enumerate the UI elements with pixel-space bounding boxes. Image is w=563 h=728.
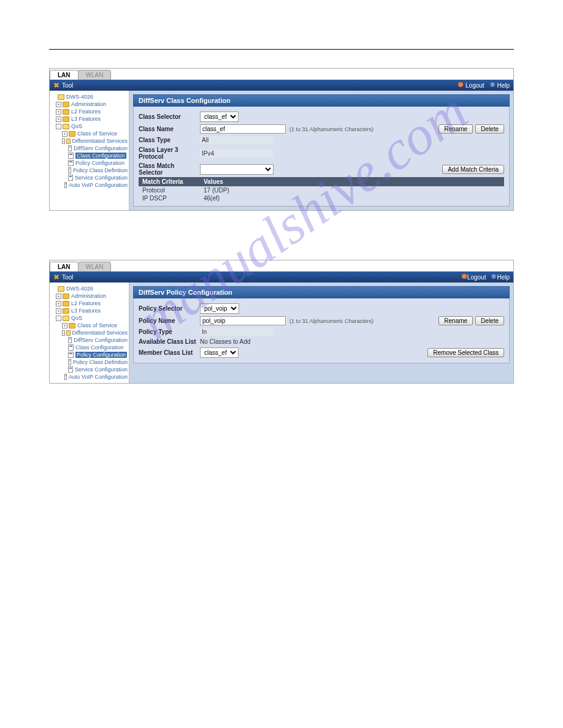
logout-link[interactable]: Logout <box>458 82 484 89</box>
class-l3-value: IPv4 <box>200 150 274 157</box>
tree-diff[interactable]: -Differentiated Services <box>51 137 128 145</box>
rename-button[interactable]: Rename <box>439 316 473 325</box>
tab-lan[interactable]: LAN <box>50 70 79 80</box>
remove-selected-button[interactable]: Remove Selected Class <box>427 348 504 357</box>
collapse-icon[interactable]: - <box>62 138 65 144</box>
panel-title: DiffServ Class Configuration <box>133 94 510 107</box>
page-icon <box>68 160 74 166</box>
tab-lan[interactable]: LAN <box>50 262 79 271</box>
collapse-icon[interactable]: - <box>56 316 61 321</box>
policy-selector[interactable]: pol_voip <box>200 303 239 314</box>
tab-wlan[interactable]: WLAN <box>78 70 112 80</box>
expand-icon[interactable]: + <box>62 323 67 328</box>
policy-selector-label: Policy Selector <box>139 305 200 312</box>
tree-root[interactable]: DWS-4026 <box>51 93 128 100</box>
tree-service-conf[interactable]: Service Configuration <box>51 174 128 181</box>
class-l3-label: Class Layer 3 Protocol <box>139 146 200 160</box>
tree-admin[interactable]: +Administration <box>51 100 128 108</box>
panel-title: DiffServ Policy Configuration <box>133 286 510 298</box>
tree-diffserv-conf[interactable]: DiffServ Configuration <box>51 145 128 152</box>
tree-qos[interactable]: -QoS <box>51 123 128 130</box>
tree-policy-class-def[interactable]: Policy Class Definition <box>51 358 128 366</box>
tree-l2[interactable]: +L2 Features <box>51 300 128 307</box>
expand-icon[interactable]: + <box>56 301 61 306</box>
delete-button[interactable]: Delete <box>475 124 504 134</box>
match-selector[interactable] <box>200 164 274 175</box>
class-name-note: (1 to 31 Alphanumeric Characters) <box>289 126 373 132</box>
match-selector-label: Class Match Selector <box>139 162 200 176</box>
tab-wlan[interactable]: WLAN <box>78 262 112 271</box>
tree-l3[interactable]: +L3 Features <box>51 115 128 123</box>
policy-name-input[interactable] <box>200 316 286 325</box>
tree-root[interactable]: DWS-4026 <box>51 285 128 292</box>
page-icon <box>68 337 72 343</box>
table-row: Protocol 17 (UDP) <box>139 186 504 194</box>
tree-admin[interactable]: +Administration <box>51 292 128 300</box>
tool-label[interactable]: Tool <box>62 82 73 89</box>
tree-diffserv-conf[interactable]: DiffServ Configuration <box>51 336 128 344</box>
tree-service-conf[interactable]: Service Configuration <box>51 366 128 373</box>
collapse-icon[interactable]: - <box>62 330 65 336</box>
member-class-select[interactable]: class_ef <box>200 347 239 358</box>
expand-icon[interactable]: + <box>56 102 61 107</box>
expand-icon[interactable]: + <box>56 294 61 299</box>
folder-icon <box>63 109 69 115</box>
collapse-icon[interactable]: - <box>56 124 61 129</box>
class-selector-label: Class Selector <box>139 113 200 120</box>
tree-cos[interactable]: +Class of Service <box>51 130 128 137</box>
page-icon <box>64 374 67 380</box>
help-link[interactable]: ?Help <box>491 273 510 281</box>
tool-label[interactable]: Tool <box>62 274 73 281</box>
page-icon <box>68 167 71 173</box>
th-match: Match Criteria <box>139 177 200 186</box>
tree-class-conf[interactable]: Class Configuration <box>51 344 128 351</box>
svg-point-3 <box>462 274 467 279</box>
expand-icon[interactable]: + <box>62 131 67 137</box>
page-icon <box>68 359 71 365</box>
toolbar: Tool Logout ? Help <box>50 80 513 91</box>
add-match-button[interactable]: Add Match Criteria <box>442 165 504 174</box>
tree-class-conf[interactable]: Class Configuration <box>51 152 128 159</box>
th-values: Values <box>200 177 504 186</box>
expand-icon[interactable]: + <box>56 116 61 122</box>
logout-icon <box>458 82 464 88</box>
rename-button[interactable]: Rename <box>439 124 473 134</box>
class-name-input[interactable] <box>200 124 286 134</box>
page-icon <box>68 352 74 358</box>
tree-auto-voip[interactable]: Auto VoIP Configuration <box>51 373 128 381</box>
nav-tree: DWS-4026 +Administration +L2 Features +L… <box>50 282 129 383</box>
class-name-label: Class Name <box>139 126 200 132</box>
svg-text:?: ? <box>492 275 495 279</box>
tree-policy-conf[interactable]: Policy Configuration <box>51 351 128 358</box>
tree-qos[interactable]: -QoS <box>51 314 128 322</box>
tree-cos[interactable]: +Class of Service <box>51 322 128 329</box>
toolbar: Tool Logout ?Help <box>50 271 513 282</box>
screenshot-class-config: LAN WLAN Tool Logout ? Help <box>49 68 514 211</box>
folder-icon <box>63 124 69 129</box>
expand-icon[interactable]: + <box>56 109 61 115</box>
tree-diff[interactable]: -Differentiated Services <box>51 329 128 336</box>
folder-icon <box>63 294 69 299</box>
svg-point-0 <box>458 82 463 87</box>
tree-l3[interactable]: +L3 Features <box>51 307 128 314</box>
page-icon <box>68 344 74 351</box>
expand-icon[interactable]: + <box>56 308 61 314</box>
logout-link[interactable]: Logout <box>461 273 486 281</box>
folder-icon <box>63 301 69 306</box>
tree-auto-voip[interactable]: Auto VoIP Configuration <box>51 181 128 189</box>
nav-tree: DWS-4026 +Administration +L2 Features +L… <box>50 91 129 210</box>
policy-name-note: (1 to 31 Alphanumeric Characters) <box>289 318 373 324</box>
folder-icon <box>58 286 64 292</box>
tool-icon <box>53 82 59 88</box>
delete-button[interactable]: Delete <box>475 316 504 325</box>
policy-name-label: Policy Name <box>139 317 200 324</box>
tree-policy-class-def[interactable]: Policy Class Definition <box>51 167 128 174</box>
folder-icon <box>63 116 69 122</box>
class-selector[interactable]: class_ef <box>200 112 239 122</box>
policy-type-label: Policy Type <box>139 328 200 335</box>
help-link[interactable]: ? Help <box>489 82 510 89</box>
tree-l2[interactable]: +L2 Features <box>51 108 128 115</box>
tree-policy-conf[interactable]: Policy Configuration <box>51 159 128 167</box>
table-row: IP DSCP 46(ef) <box>139 194 504 202</box>
page-icon <box>68 153 74 159</box>
